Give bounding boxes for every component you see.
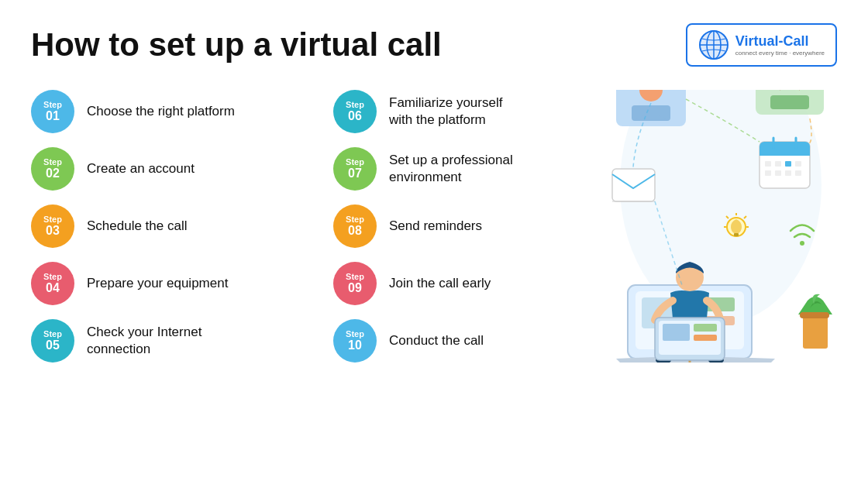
step-label-05: Check your Internetconnection <box>87 324 202 358</box>
step-badge-02: Step 02 <box>31 147 74 191</box>
svg-rect-27 <box>785 170 791 176</box>
page: How to set up a virtual call Virtual-Cal… <box>0 0 868 488</box>
svg-rect-21 <box>765 161 771 167</box>
step-item-01: Step 01 Choose the right platform <box>31 90 302 133</box>
step-item-08: Step 08 Send reminders <box>333 204 604 248</box>
logo-name: Virtual-Call <box>735 33 825 50</box>
svg-point-44 <box>800 241 804 246</box>
step-item-07: Step 07 Set up a professionalenvironment <box>333 147 604 191</box>
step-label-02: Create an account <box>87 160 195 177</box>
step-badge-05: Step 05 <box>31 319 74 363</box>
step-item-02: Step 02 Create an account <box>31 147 302 191</box>
step-label-07: Set up a professionalenvironment <box>389 152 513 186</box>
logo-text: Virtual-Call connect every time · everyw… <box>735 33 825 57</box>
header: How to set up a virtual call Virtual-Cal… <box>31 23 837 67</box>
globe-icon <box>698 29 729 60</box>
steps-right-column: Step 06 Familiarize yourselfwith the pla… <box>333 90 604 363</box>
step-label-08: Send reminders <box>389 218 482 235</box>
illustration-area <box>604 90 837 363</box>
steps-left-column: Step 01 Choose the right platform Step 0… <box>31 90 302 363</box>
svg-rect-23 <box>785 161 791 167</box>
step-badge-03: Step 03 <box>31 204 74 248</box>
logo: Virtual-Call connect every time · everyw… <box>686 23 837 67</box>
step-item-05: Step 05 Check your Internetconnection <box>31 319 302 363</box>
svg-rect-11 <box>770 95 809 109</box>
step-label-06: Familiarize yourselfwith the platform <box>389 95 502 129</box>
step-label-09: Join the call early <box>389 275 491 292</box>
step-item-10: Step 10 Conduct the call <box>333 319 604 363</box>
logo-tagline: connect every time · everywhere <box>735 50 825 57</box>
illustration-svg <box>604 90 837 363</box>
svg-rect-22 <box>775 161 781 167</box>
step-badge-04: Step 04 <box>31 262 74 305</box>
step-item-09: Step 09 Join the call early <box>333 262 604 305</box>
svg-rect-42 <box>694 324 717 332</box>
step-item-03: Step 03 Schedule the call <box>31 204 302 248</box>
step-label-10: Conduct the call <box>389 332 484 349</box>
svg-rect-25 <box>765 170 771 176</box>
page-title: How to set up a virtual call <box>31 27 442 63</box>
svg-rect-53 <box>800 312 829 318</box>
svg-rect-41 <box>663 324 690 341</box>
steps-container: Step 01 Choose the right platform Step 0… <box>31 90 604 363</box>
svg-rect-28 <box>795 170 801 176</box>
svg-rect-52 <box>803 314 828 349</box>
step-badge-07: Step 07 <box>333 147 377 191</box>
step-badge-09: Step 09 <box>333 262 377 305</box>
content-area: Step 01 Choose the right platform Step 0… <box>31 90 837 363</box>
svg-rect-29 <box>612 169 655 201</box>
svg-rect-24 <box>795 161 801 167</box>
step-badge-06: Step 06 <box>333 90 377 133</box>
step-label-04: Prepare your equipment <box>87 275 228 292</box>
step-badge-08: Step 08 <box>333 204 377 248</box>
step-badge-01: Step 01 <box>31 90 74 133</box>
svg-rect-26 <box>775 170 781 176</box>
step-label-01: Choose the right platform <box>87 103 235 120</box>
svg-rect-43 <box>694 335 717 341</box>
svg-rect-18 <box>760 149 810 156</box>
step-label-03: Schedule the call <box>87 218 187 235</box>
step-item-04: Step 04 Prepare your equipment <box>31 262 302 305</box>
step-item-06: Step 06 Familiarize yourselfwith the pla… <box>333 90 604 133</box>
step-badge-10: Step 10 <box>333 319 377 363</box>
svg-rect-46 <box>734 233 739 236</box>
